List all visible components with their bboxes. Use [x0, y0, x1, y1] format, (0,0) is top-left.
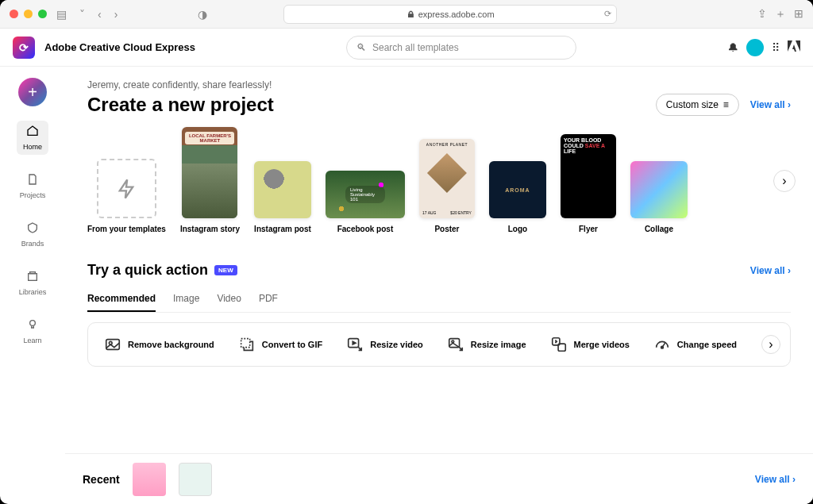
sidebar-item-label: Brands [21, 240, 44, 248]
app-logo-icon[interactable]: ⟳ [13, 37, 35, 59]
carousel-next-button[interactable]: › [773, 170, 796, 192]
main-content: Jeremy, create confidently, share fearle… [65, 67, 813, 504]
forward-icon[interactable]: › [111, 8, 121, 21]
sliders-icon: ≡ [723, 99, 729, 110]
template-label: Poster [434, 225, 459, 233]
action-label: Change speed [677, 340, 737, 349]
action-resize-video[interactable]: Resize video [346, 336, 423, 353]
header-actions: 🔔︎ ⠿ [727, 39, 800, 56]
action-remove-background[interactable]: Remove background [104, 336, 214, 353]
brands-icon [26, 221, 39, 237]
action-resize-image[interactable]: Resize image [447, 336, 526, 353]
back-icon[interactable]: ‹ [94, 8, 105, 21]
template-item-poster[interactable]: 17 AUG$20 ENTRY Poster [419, 139, 475, 233]
svg-point-2 [30, 321, 36, 326]
template-thumb: YOUR BLOOD COULD SAVE A LIFE [561, 134, 616, 218]
svg-rect-1 [30, 272, 36, 274]
greeting-text: Jeremy, create confidently, share fearle… [87, 79, 791, 90]
template-item-collage[interactable]: Collage [630, 161, 688, 233]
template-item-instagram-post[interactable]: Instagram post [254, 161, 311, 233]
notifications-icon[interactable]: 🔔︎ [727, 41, 738, 54]
template-thumb [182, 127, 237, 218]
action-change-speed[interactable]: Change speed [653, 336, 737, 353]
chevron-right-icon: › [769, 337, 773, 352]
merge-icon [550, 336, 568, 353]
actions-next-button[interactable]: › [761, 335, 780, 354]
recent-heading: Recent [83, 473, 120, 486]
template-label: Flyer [579, 225, 598, 233]
sidebar-item-home[interactable]: Home [17, 121, 48, 155]
template-item-instagram-story[interactable]: Instagram story [180, 127, 240, 233]
chevron-down-icon[interactable]: ˅ [76, 8, 88, 21]
close-window-icon[interactable] [10, 10, 18, 18]
search-input[interactable]: 🔍︎ Search all templates [346, 36, 576, 60]
avatar[interactable] [746, 39, 764, 56]
template-thumb [254, 161, 311, 218]
action-label: Merge videos [574, 340, 630, 349]
tab-pdf[interactable]: PDF [259, 287, 278, 312]
recent-item[interactable] [133, 463, 166, 496]
action-merge-videos[interactable]: Merge videos [550, 336, 630, 353]
action-label: Resize video [370, 340, 423, 349]
sidebar-item-label: Home [23, 143, 42, 151]
template-item-flyer[interactable]: YOUR BLOOD COULD SAVE A LIFE Flyer [561, 134, 616, 233]
template-item-logo[interactable]: AROMA Logo [489, 161, 546, 233]
new-badge: NEW [214, 265, 237, 275]
template-thumb [630, 161, 688, 218]
create-heading: Create a new project [87, 94, 274, 116]
share-icon[interactable]: ⇪ [757, 7, 767, 21]
template-item-facebook-post[interactable]: Facebook post [326, 171, 405, 233]
template-label: Instagram story [180, 225, 240, 233]
lock-icon: 🔒︎ [406, 10, 415, 19]
minimize-window-icon[interactable] [24, 10, 33, 18]
custom-size-label: Custom size [666, 99, 719, 110]
action-label: Remove background [128, 340, 214, 349]
app-header: ⟳ Adobe Creative Cloud Express 🔍︎ Search… [0, 29, 813, 67]
address-bar[interactable]: 🔒︎ express.adobe.com ⟳ [283, 5, 617, 24]
speed-icon [653, 336, 671, 353]
view-all-link[interactable]: View all › [755, 474, 796, 485]
template-label: Collage [645, 225, 673, 233]
template-thumb [326, 171, 405, 218]
titlebar-right: ⇪ ＋ ⊞ [757, 7, 803, 21]
action-convert-gif[interactable]: Convert to GIF [238, 336, 322, 353]
template-label: From your templates [87, 225, 166, 233]
recent-item[interactable] [179, 463, 212, 496]
sidebar-item-brands[interactable]: Brands [15, 217, 51, 252]
url-text: express.adobe.com [418, 10, 495, 19]
action-label: Convert to GIF [262, 340, 322, 349]
view-all-link[interactable]: View all › [750, 265, 791, 276]
sidebar-item-label: Projects [20, 191, 46, 199]
quick-actions-card: Remove background Convert to GIF Resize … [87, 322, 791, 367]
refresh-icon[interactable]: ⟳ [604, 9, 611, 19]
sidebar-item-libraries[interactable]: Libraries [13, 266, 53, 300]
svg-rect-0 [29, 274, 37, 281]
adobe-icon[interactable] [788, 40, 800, 54]
shield-icon[interactable]: ◑ [195, 8, 210, 21]
sidebar-item-learn[interactable]: Learn [17, 314, 48, 348]
maximize-window-icon[interactable] [38, 10, 47, 18]
tab-recommended[interactable]: Recommended [87, 287, 156, 312]
tab-video[interactable]: Video [217, 287, 241, 312]
learn-icon [26, 318, 39, 334]
sidebar-item-projects[interactable]: Projects [13, 169, 52, 203]
new-tab-icon[interactable]: ＋ [775, 7, 786, 21]
chevron-right-icon: › [782, 174, 786, 188]
sidebar-toggle-icon[interactable]: ▤ [53, 8, 70, 21]
template-item-your-templates[interactable]: From your templates [87, 159, 166, 233]
app-switcher-icon[interactable]: ⠿ [772, 41, 780, 54]
search-icon: 🔍︎ [356, 42, 366, 53]
template-thumb: AROMA [489, 161, 546, 218]
search-placeholder: Search all templates [372, 42, 459, 53]
resize-video-icon [346, 336, 364, 353]
projects-icon [26, 173, 39, 189]
home-icon [26, 125, 39, 140]
custom-size-button[interactable]: Custom size ≡ [656, 94, 739, 116]
create-button[interactable]: + [18, 78, 47, 106]
tabs-icon[interactable]: ⊞ [794, 7, 803, 21]
tab-image[interactable]: Image [173, 287, 199, 312]
view-all-link[interactable]: View all › [750, 99, 791, 110]
resize-image-icon [447, 336, 464, 353]
window-controls [10, 10, 47, 18]
remove-bg-icon [104, 336, 121, 353]
